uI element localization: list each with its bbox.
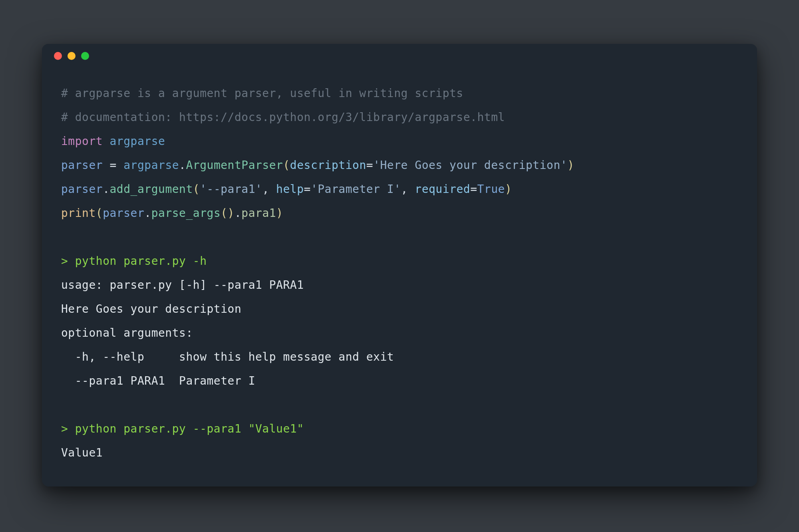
- string-literal: 'Parameter I': [311, 183, 401, 196]
- blank-line: [61, 225, 738, 249]
- string-literal: 'Here Goes your description': [373, 159, 567, 172]
- code-line: parser.add_argument('--para1', help='Par…: [61, 177, 738, 201]
- variable: parser: [103, 206, 144, 220]
- variable: parser: [61, 159, 103, 172]
- module-name: argparse: [123, 159, 179, 172]
- keyword-import: import: [61, 135, 103, 148]
- builtin-print: print: [61, 206, 96, 220]
- close-icon[interactable]: [54, 52, 62, 60]
- kwarg: required: [415, 183, 470, 196]
- shell-command: > python parser.py -h: [61, 249, 738, 273]
- kwarg: description: [290, 159, 366, 172]
- string-literal: '--para1': [200, 183, 262, 196]
- code-line: print(parser.parse_args().para1): [61, 201, 738, 225]
- prompt: > python parser.py --para1 "Value1": [61, 422, 304, 435]
- shell-output: usage: parser.py [-h] --para1 PARA1: [61, 273, 738, 297]
- method-name: parse_args: [151, 206, 221, 220]
- kwarg: help: [276, 183, 304, 196]
- maximize-icon[interactable]: [81, 52, 89, 60]
- shell-output: Here Goes your description: [61, 297, 738, 321]
- comment: # documentation: https://docs.python.org…: [61, 111, 505, 124]
- boolean: True: [477, 183, 505, 196]
- module-name: argparse: [110, 135, 165, 148]
- shell-output: optional arguments:: [61, 321, 738, 345]
- shell-output: Value1: [61, 441, 738, 465]
- titlebar: [42, 44, 757, 68]
- code-line: parser = argparse.ArgumentParser(descrip…: [61, 153, 738, 177]
- method-name: add_argument: [110, 183, 193, 196]
- prompt: > python parser.py -h: [61, 254, 207, 268]
- code-line: # documentation: https://docs.python.org…: [61, 105, 738, 129]
- blank-line: [61, 393, 738, 417]
- terminal-window: # argparse is a argument parser, useful …: [42, 44, 757, 486]
- shell-output: -h, --help show this help message and ex…: [61, 345, 738, 369]
- attribute: para1: [241, 206, 276, 220]
- class-name: ArgumentParser: [186, 159, 283, 172]
- code-area[interactable]: # argparse is a argument parser, useful …: [42, 68, 757, 486]
- code-line: # argparse is a argument parser, useful …: [61, 81, 738, 105]
- variable: parser: [61, 183, 103, 196]
- shell-command: > python parser.py --para1 "Value1": [61, 417, 738, 441]
- code-line: import argparse: [61, 129, 738, 153]
- comment: # argparse is a argument parser, useful …: [61, 87, 463, 100]
- shell-output: --para1 PARA1 Parameter I: [61, 369, 738, 393]
- minimize-icon[interactable]: [68, 52, 76, 60]
